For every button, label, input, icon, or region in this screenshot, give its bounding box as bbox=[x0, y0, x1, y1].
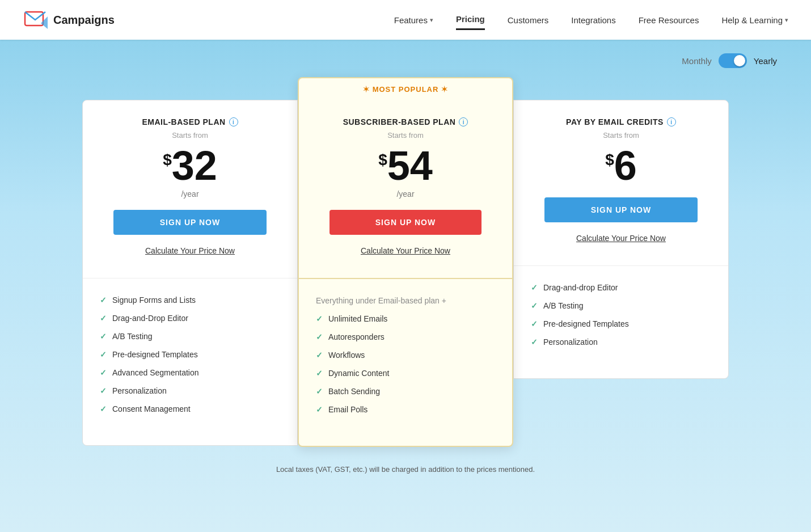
navbar: Campaigns Features ▾ Pricing Customers I… bbox=[0, 0, 811, 40]
monthly-label: Monthly bbox=[682, 56, 712, 66]
nav-free-resources[interactable]: Free Resources bbox=[639, 11, 699, 29]
email-plan-info-icon[interactable]: i bbox=[229, 117, 238, 126]
list-item: ✓ Personalization bbox=[100, 386, 280, 395]
subscriber-price-dollar: $ bbox=[378, 151, 387, 169]
footer-note: Local taxes (VAT, GST, etc.) will be cha… bbox=[0, 458, 811, 485]
nav-pricing[interactable]: Pricing bbox=[456, 10, 485, 30]
list-item: ✓ Batch Sending bbox=[316, 387, 495, 396]
list-item: ✓ Consent Management bbox=[100, 404, 280, 413]
email-calc-link[interactable]: Calculate Your Price Now bbox=[100, 246, 280, 255]
check-icon: ✓ bbox=[316, 405, 323, 414]
credits-calc-link[interactable]: Calculate Your Price Now bbox=[531, 234, 711, 243]
billing-toggle-area: Monthly Yearly bbox=[0, 40, 811, 77]
yearly-label: Yearly bbox=[754, 56, 777, 66]
subscriber-features: Everything under Email-based plan + ✓ Un… bbox=[299, 278, 512, 446]
plan-credits-name: PAY BY EMAIL CREDITS i bbox=[531, 117, 711, 126]
list-item: ✓ A/B Testing bbox=[100, 332, 280, 341]
plan-subscriber-based: ✶ MOST POPULAR ✶ SUBSCRIBER-BASED PLAN i… bbox=[298, 77, 513, 447]
subscriber-price-area: $ 54 bbox=[316, 145, 495, 186]
credits-price-amount: 6 bbox=[614, 145, 637, 186]
list-item: ✓ Autoresponders bbox=[316, 332, 495, 341]
check-icon: ✓ bbox=[100, 350, 107, 359]
plan-email-name: EMAIL-BASED PLAN i bbox=[100, 117, 280, 126]
toggle-knob bbox=[734, 55, 745, 66]
subscriber-price-amount: 54 bbox=[387, 145, 433, 186]
subscriber-starts-from: Starts from bbox=[316, 131, 495, 140]
subscriber-price-period: /year bbox=[316, 189, 495, 199]
plan-email-header: EMAIL-BASED PLAN i Starts from $ 32 /yea… bbox=[83, 100, 297, 278]
logo-icon bbox=[23, 7, 48, 32]
credits-starts-from: Starts from bbox=[531, 131, 711, 140]
list-item: ✓ Pre-designed Templates bbox=[531, 319, 711, 328]
credits-price-area: $ 6 bbox=[531, 145, 711, 186]
nav-help-learning[interactable]: Help & Learning ▾ bbox=[721, 11, 788, 29]
check-icon: ✓ bbox=[100, 314, 107, 323]
credits-features: ✓ Drag-and-drop Editor ✓ A/B Testing ✓ P… bbox=[514, 266, 728, 378]
plan-subscriber-name: SUBSCRIBER-BASED PLAN i bbox=[316, 117, 495, 126]
credits-price-dollar: $ bbox=[605, 151, 614, 169]
nav-links: Features ▾ Pricing Customers Integration… bbox=[394, 10, 788, 30]
email-price-dollar: $ bbox=[163, 151, 172, 169]
plan-pay-by-credits: PAY BY EMAIL CREDITS i Starts from $ 6 S… bbox=[513, 100, 729, 379]
check-icon: ✓ bbox=[100, 295, 107, 305]
credits-plan-info-icon[interactable]: i bbox=[667, 117, 676, 126]
check-icon: ✓ bbox=[316, 369, 323, 378]
email-price-amount: 32 bbox=[172, 145, 217, 186]
list-item: ✓ Personalization bbox=[531, 337, 711, 347]
most-popular-badge: ✶ MOST POPULAR ✶ bbox=[299, 78, 512, 100]
check-icon: ✓ bbox=[531, 283, 538, 292]
list-item: ✓ Unlimited Emails bbox=[316, 314, 495, 323]
email-signup-button[interactable]: SIGN UP NOW bbox=[113, 210, 267, 235]
pricing-container: EMAIL-BASED PLAN i Starts from $ 32 /yea… bbox=[0, 77, 811, 458]
list-item: ✓ Pre-designed Templates bbox=[100, 350, 280, 359]
chevron-down-icon-2: ▾ bbox=[785, 16, 788, 24]
subscriber-signup-button[interactable]: SIGN UP NOW bbox=[330, 210, 482, 235]
email-price-period: /year bbox=[100, 189, 280, 199]
check-icon: ✓ bbox=[100, 386, 107, 395]
nav-features[interactable]: Features ▾ bbox=[394, 11, 433, 29]
check-icon: ✓ bbox=[100, 404, 107, 413]
check-icon: ✓ bbox=[531, 301, 538, 310]
plan-email-based: EMAIL-BASED PLAN i Starts from $ 32 /yea… bbox=[82, 100, 298, 446]
nav-integrations[interactable]: Integrations bbox=[571, 11, 615, 29]
billing-toggle[interactable] bbox=[719, 53, 747, 68]
logo-text: Campaigns bbox=[53, 14, 115, 27]
list-item: ✓ Advanced Segmentation bbox=[100, 368, 280, 377]
credits-signup-button[interactable]: SIGN UP NOW bbox=[544, 197, 698, 222]
subscriber-plan-info-icon[interactable]: i bbox=[459, 117, 468, 126]
check-icon: ✓ bbox=[316, 387, 323, 396]
check-icon: ✓ bbox=[316, 351, 323, 360]
check-icon: ✓ bbox=[100, 332, 107, 341]
email-price-area: $ 32 bbox=[100, 145, 280, 186]
list-item: ✓ Dynamic Content bbox=[316, 369, 495, 378]
logo-area: Campaigns bbox=[23, 7, 115, 32]
plan-credits-header: PAY BY EMAIL CREDITS i Starts from $ 6 S… bbox=[514, 100, 728, 266]
check-icon: ✓ bbox=[316, 332, 323, 341]
list-item: ✓ Signup Forms and Lists bbox=[100, 295, 280, 305]
list-item: ✓ Drag-and-drop Editor bbox=[531, 283, 711, 292]
list-item: ✓ A/B Testing bbox=[531, 301, 711, 310]
list-item: ✓ Drag-and-Drop Editor bbox=[100, 314, 280, 323]
list-item: ✓ Email Polls bbox=[316, 405, 495, 414]
check-icon: ✓ bbox=[316, 314, 323, 323]
subscriber-features-intro: Everything under Email-based plan + bbox=[316, 296, 495, 305]
list-item: ✓ Workflows bbox=[316, 351, 495, 360]
check-icon: ✓ bbox=[531, 319, 538, 328]
check-icon: ✓ bbox=[531, 337, 538, 347]
check-icon: ✓ bbox=[100, 368, 107, 377]
plan-subscriber-header: SUBSCRIBER-BASED PLAN i Starts from $ 54… bbox=[299, 100, 512, 278]
nav-customers[interactable]: Customers bbox=[508, 11, 549, 29]
email-features: ✓ Signup Forms and Lists ✓ Drag-and-Drop… bbox=[83, 278, 297, 445]
email-starts-from: Starts from bbox=[100, 131, 280, 140]
subscriber-calc-link[interactable]: Calculate Your Price Now bbox=[316, 246, 495, 255]
chevron-down-icon: ▾ bbox=[430, 16, 433, 24]
